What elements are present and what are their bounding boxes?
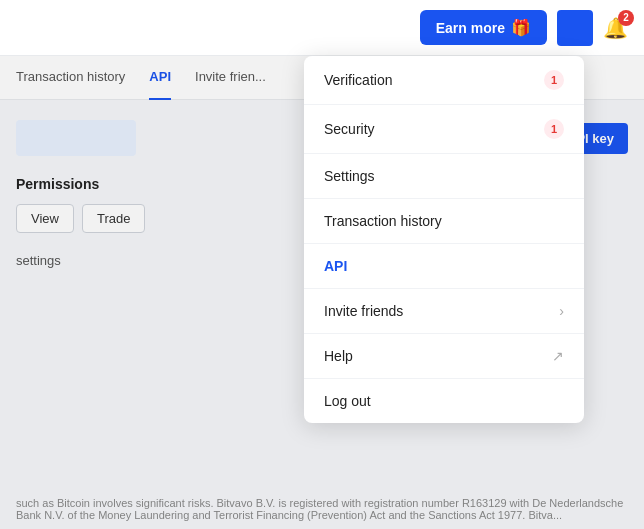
menu-item-label: Invite friends <box>324 303 403 319</box>
external-link-icon: ↗ <box>552 348 564 364</box>
menu-item-label: Log out <box>324 393 371 409</box>
menu-item-label: API <box>324 258 347 274</box>
menu-item-label: Security <box>324 121 375 137</box>
menu-item-settings[interactable]: Settings <box>304 154 584 199</box>
menu-item-api[interactable]: API <box>304 244 584 289</box>
menu-item-transaction-history[interactable]: Transaction history <box>304 199 584 244</box>
menu-item-invite-friends[interactable]: Invite friends› <box>304 289 584 334</box>
menu-item-label: Settings <box>324 168 375 184</box>
earn-more-button[interactable]: Earn more 🎁 <box>420 10 547 45</box>
menu-item-label: Help <box>324 348 353 364</box>
menu-item-verification[interactable]: Verification1 <box>304 56 584 105</box>
avatar-button[interactable] <box>557 10 593 46</box>
menu-item-log-out[interactable]: Log out <box>304 379 584 423</box>
menu-item-badge: 1 <box>544 119 564 139</box>
notification-badge: 2 <box>618 10 634 26</box>
bell-wrapper[interactable]: 🔔 2 <box>603 16 628 40</box>
menu-item-label: Verification <box>324 72 392 88</box>
earn-more-label: Earn more <box>436 20 505 36</box>
menu-item-label: Transaction history <box>324 213 442 229</box>
header: Earn more 🎁 🔔 2 <box>0 0 644 56</box>
dropdown-menu: Verification1Security1SettingsTransactio… <box>304 56 584 423</box>
menu-item-badge: 1 <box>544 70 564 90</box>
menu-item-help[interactable]: Help↗ <box>304 334 584 379</box>
menu-item-security[interactable]: Security1 <box>304 105 584 154</box>
gift-icon: 🎁 <box>511 18 531 37</box>
chevron-right-icon: › <box>559 303 564 319</box>
